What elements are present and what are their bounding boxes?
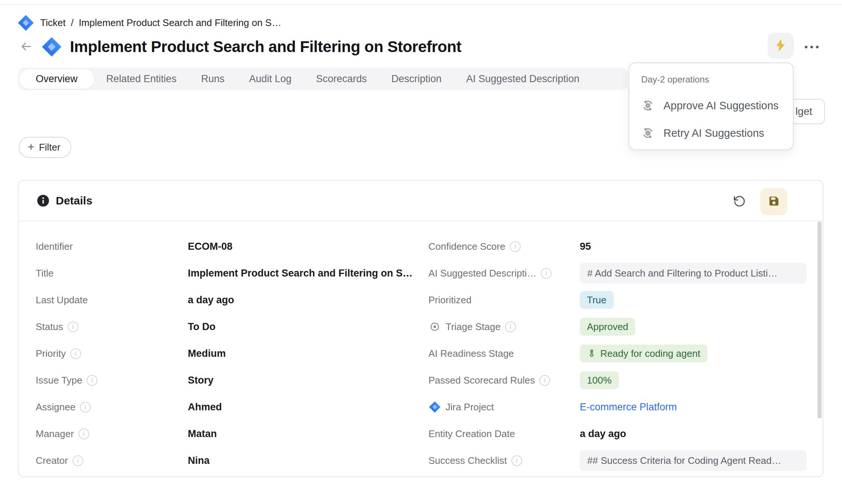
day2-operations-menu: Day-2 operations Approve AI SuggestionsR… bbox=[629, 62, 794, 150]
field-label-group: Confidence Scorei bbox=[428, 241, 580, 252]
page-title: Implement Product Search and Filtering o… bbox=[70, 38, 462, 56]
info-icon[interactable]: i bbox=[70, 348, 81, 359]
lightning-icon bbox=[774, 39, 787, 53]
details-card-header: Details bbox=[19, 181, 823, 221]
info-icon[interactable]: i bbox=[80, 402, 91, 413]
tab-overview[interactable]: Overview bbox=[19, 69, 94, 89]
back-button[interactable] bbox=[19, 39, 33, 54]
field-label-group: AI Suggested Descripti…i bbox=[428, 268, 580, 279]
field-label: AI Readiness Stage bbox=[428, 348, 514, 359]
undo-button[interactable] bbox=[730, 192, 749, 211]
field-label-group: Success Checklisti bbox=[428, 455, 580, 466]
info-icon[interactable]: i bbox=[539, 375, 550, 386]
gear-cycle-icon bbox=[641, 99, 655, 112]
field-value-pill: ## Success Criteria for Coding Agent Rea… bbox=[580, 450, 807, 471]
tab-related-entities[interactable]: Related Entities bbox=[94, 68, 189, 90]
tab-scorecards[interactable]: Scorecards bbox=[304, 68, 379, 90]
details-card-title: Details bbox=[56, 194, 92, 207]
jira-logo-icon bbox=[17, 14, 35, 32]
field-label-group: Manageri bbox=[36, 428, 188, 440]
tab-description[interactable]: Description bbox=[379, 68, 454, 90]
plus-icon: + bbox=[28, 141, 35, 153]
field-label: Success Checklist bbox=[428, 455, 507, 466]
card-scrollbar[interactable] bbox=[817, 222, 822, 419]
field-row-confidence-score: Confidence Scorei95 bbox=[428, 233, 819, 260]
tab-ai-suggested-description[interactable]: AI Suggested Description bbox=[454, 68, 592, 90]
field-row-priority: PriorityiMedium bbox=[36, 340, 422, 367]
info-icon[interactable]: i bbox=[68, 322, 78, 332]
field-value-link[interactable]: E-commerce Platform bbox=[580, 401, 677, 413]
field-row-last-update: Last Updatea day ago bbox=[36, 287, 422, 313]
save-icon bbox=[767, 194, 781, 209]
info-icon[interactable]: i bbox=[541, 268, 552, 279]
field-label: AI Suggested Descripti… bbox=[428, 268, 536, 279]
field-label: Assignee bbox=[36, 401, 75, 413]
field-label: Passed Scorecard Rules bbox=[428, 375, 535, 386]
breadcrumb-root[interactable]: Ticket bbox=[40, 17, 65, 29]
field-value: a day ago bbox=[188, 294, 234, 306]
field-value: To Do bbox=[188, 321, 215, 333]
field-row-creator: CreatoriNina bbox=[36, 447, 422, 474]
field-row-identifier: IdentifierECOM-08 bbox=[36, 233, 422, 260]
info-icon[interactable]: i bbox=[511, 455, 522, 466]
field-label: Confidence Score bbox=[428, 241, 505, 252]
field-label: Issue Type bbox=[36, 375, 82, 386]
field-label: Jira Project bbox=[446, 401, 494, 413]
menu-item-approve-ai-suggestions[interactable]: Approve AI Suggestions bbox=[629, 92, 793, 119]
field-label-group: Passed Scorecard Rulesi bbox=[428, 375, 580, 386]
field-row-status: StatusiTo Do bbox=[36, 313, 422, 340]
menu-header: Day-2 operations bbox=[641, 72, 709, 87]
menu-item-label: Approve AI Suggestions bbox=[663, 100, 779, 112]
tab-runs[interactable]: Runs bbox=[189, 68, 237, 90]
badge-label: Ready for coding agent bbox=[600, 348, 700, 359]
medal-icon bbox=[587, 349, 597, 358]
info-icon[interactable]: i bbox=[505, 322, 516, 332]
field-label-group: Issue Typei bbox=[36, 375, 188, 386]
field-label-group: Triage Stagei bbox=[428, 320, 580, 333]
field-value: Matan bbox=[188, 428, 217, 440]
quick-actions-button[interactable] bbox=[768, 33, 794, 59]
ellipsis-icon bbox=[805, 46, 807, 48]
field-value: ECOM-08 bbox=[188, 241, 232, 252]
radio-target-icon bbox=[428, 320, 441, 333]
top-divider bbox=[0, 4, 842, 5]
field-row-prioritized: PrioritizedTrue bbox=[428, 287, 819, 313]
field-label: Last Update bbox=[36, 294, 88, 306]
ellipsis-icon bbox=[816, 46, 819, 48]
filter-button-label: Filter bbox=[39, 142, 61, 153]
field-value: 95 bbox=[580, 241, 591, 252]
field-row-success-checklist: Success Checklisti## Success Criteria fo… bbox=[428, 447, 819, 474]
field-label-group: Prioritized bbox=[428, 294, 580, 306]
save-button[interactable] bbox=[760, 188, 787, 215]
field-label-group: Jira Project bbox=[428, 401, 580, 413]
info-icon[interactable]: i bbox=[510, 241, 521, 252]
field-value-badge: Ready for coding agent bbox=[580, 345, 707, 362]
info-icon[interactable]: i bbox=[73, 455, 83, 466]
field-value-badge: 100% bbox=[580, 371, 619, 389]
menu-item-label: Retry AI Suggestions bbox=[663, 127, 764, 139]
field-row-passed-scorecard-rules: Passed Scorecard Rulesi100% bbox=[428, 367, 819, 394]
jira-logo-icon bbox=[41, 36, 62, 58]
details-info-icon bbox=[36, 194, 50, 207]
field-label-group: Statusi bbox=[36, 321, 188, 333]
field-value: Story bbox=[188, 375, 213, 386]
field-label: Status bbox=[36, 321, 63, 333]
tab-audit-log[interactable]: Audit Log bbox=[237, 68, 304, 90]
ellipsis-icon bbox=[810, 46, 813, 48]
badge-label: True bbox=[587, 294, 607, 306]
info-icon[interactable]: i bbox=[78, 429, 89, 439]
field-label: Entity Creation Date bbox=[428, 428, 515, 440]
badge-label: Approved bbox=[587, 321, 628, 333]
more-options-button[interactable] bbox=[802, 40, 821, 54]
field-label-group: AI Readiness Stage bbox=[428, 348, 580, 359]
field-value-badge: True bbox=[580, 291, 614, 309]
field-row-triage-stage: Triage StageiApproved bbox=[428, 313, 819, 340]
info-icon[interactable]: i bbox=[87, 375, 97, 386]
field-row-manager: ManageriMatan bbox=[36, 420, 422, 447]
menu-item-retry-ai-suggestions[interactable]: Retry AI Suggestions bbox=[629, 119, 793, 147]
field-label: Creator bbox=[36, 455, 68, 466]
breadcrumb-separator: / bbox=[71, 17, 73, 29]
field-row-ai-readiness-stage: AI Readiness StageReady for coding agent bbox=[428, 340, 819, 367]
filter-button[interactable]: + Filter bbox=[19, 137, 71, 158]
field-value: Medium bbox=[188, 348, 226, 359]
